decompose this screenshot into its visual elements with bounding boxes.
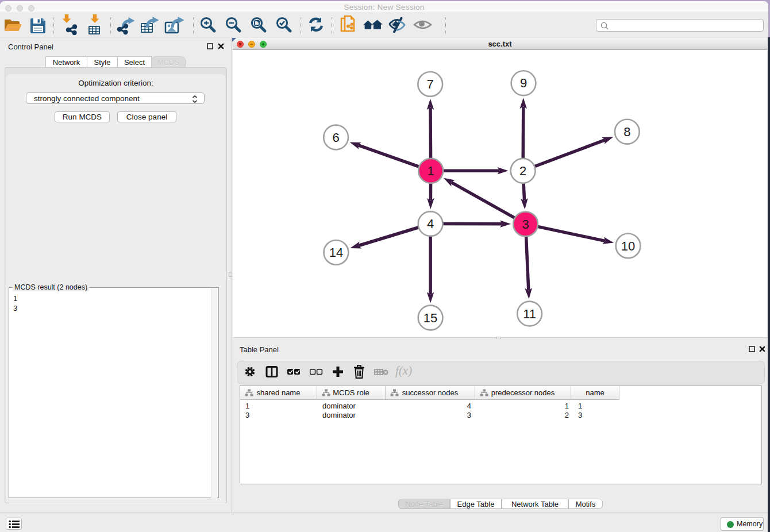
svg-text:2: 2 xyxy=(519,164,526,178)
svg-text:14: 14 xyxy=(329,245,343,260)
svg-text:11: 11 xyxy=(523,307,536,321)
svg-text:15: 15 xyxy=(424,311,437,325)
svg-text:3: 3 xyxy=(522,217,529,232)
svg-text:1: 1 xyxy=(428,164,434,178)
svg-text:7: 7 xyxy=(427,77,434,91)
svg-text:4: 4 xyxy=(427,217,434,231)
svg-text:6: 6 xyxy=(332,130,339,145)
svg-text:9: 9 xyxy=(520,76,527,90)
svg-text:8: 8 xyxy=(623,125,630,139)
svg-text:10: 10 xyxy=(621,239,635,253)
